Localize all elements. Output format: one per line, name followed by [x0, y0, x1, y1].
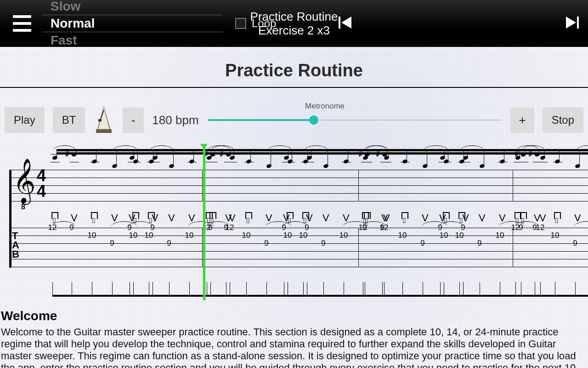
score-view[interactable]: 𝄞 8 44 ♯♯♯♯♯♯♯♯ TAB 12910910991091091212…	[0, 144, 588, 300]
metronome-icon	[93, 106, 114, 134]
tempo-minus-button[interactable]: -	[123, 108, 144, 133]
playhead-cursor[interactable]	[203, 144, 205, 300]
play-button[interactable]: Play	[5, 107, 45, 133]
menu-icon[interactable]	[13, 15, 31, 32]
svg-rect-6	[96, 129, 112, 133]
svg-marker-1	[341, 17, 351, 29]
loop-label: Loop	[252, 17, 276, 30]
svg-rect-3	[577, 17, 579, 29]
svg-rect-8	[98, 119, 102, 121]
speed-fast[interactable]: Fast	[42, 32, 222, 49]
svg-marker-2	[566, 17, 576, 29]
slider-caption: Metronome	[305, 102, 345, 111]
treble-clef-icon: 𝄞	[13, 161, 36, 200]
next-track-button[interactable]	[564, 15, 580, 32]
tempo-plus-button[interactable]: +	[510, 108, 534, 133]
playback-controls: Play BT - 180 bpm Metronome + Stop	[0, 106, 588, 134]
top-toolbar: Slow Normal Fast Loop Practice Routine E…	[0, 0, 588, 47]
tempo-slider[interactable]: Metronome	[208, 111, 503, 129]
clef-octave: 8	[21, 203, 25, 211]
svg-rect-0	[339, 17, 340, 29]
speed-picker[interactable]: Slow Normal Fast	[42, 0, 222, 47]
time-signature: 44	[37, 168, 46, 199]
loop-toggle[interactable]: Loop	[235, 17, 276, 30]
loop-checkbox[interactable]	[235, 18, 246, 29]
welcome-section: Welcome Welcome to the Guitar master swe…	[0, 300, 588, 368]
speed-normal[interactable]: Normal	[42, 15, 222, 32]
speed-slow[interactable]: Slow	[42, 0, 222, 15]
backing-track-button[interactable]: BT	[53, 107, 85, 133]
welcome-heading: Welcome	[1, 309, 587, 323]
page-title: Practice Routine	[0, 47, 588, 88]
stop-button[interactable]: Stop	[543, 107, 583, 133]
tab-clef: TAB	[12, 231, 20, 259]
bpm-readout: 180 bpm	[152, 113, 198, 127]
welcome-body: Welcome to the Guitar master sweeper pra…	[1, 326, 587, 368]
previous-track-button[interactable]	[338, 15, 353, 32]
